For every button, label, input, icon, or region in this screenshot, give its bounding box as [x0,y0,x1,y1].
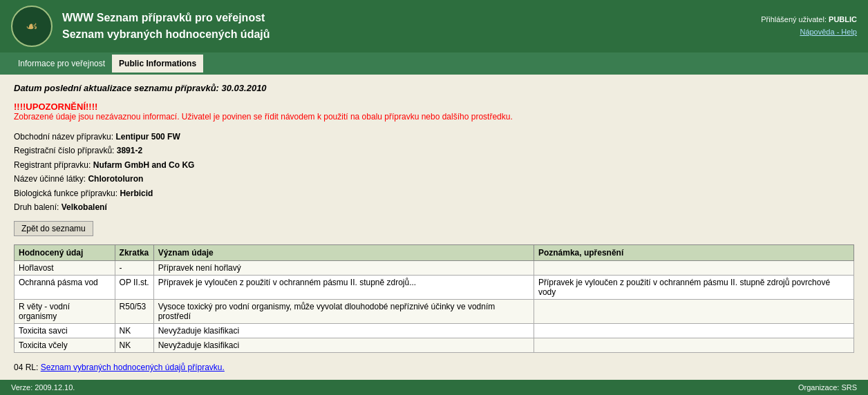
table-row: Toxicita včelyNKNevyžaduje klasifikaci [15,338,854,353]
product-substance-value: Chlorotoluron [88,174,143,184]
title-line2: Seznam vybraných hodnocených údajů [62,26,761,43]
version-label: Verze: 2009.12.10. [11,383,75,389]
table-row: R věty - vodní organismyR50/53Vysoce tox… [15,300,854,324]
product-bio-label: Biologická funkce přípravku: [14,189,117,198]
warning-block: !!!!UPOZORNĚNÍ!!!! Zobrazené údaje jsou … [14,102,854,122]
table-cell-3: Nevyžaduje klasifikaci [153,324,534,338]
table-cell-1: Ochranná pásma vod [15,276,115,300]
col-header-1: Hodnocený údaj [15,245,115,261]
product-registrant-label: Registrant přípravku: [14,160,91,170]
nav-item-public[interactable]: Public Informations [112,55,203,73]
update-date: Datum poslední aktualizace seznamu přípr… [14,83,854,93]
header-title: WWW Seznam přípravků pro veřejnost Sezna… [62,10,761,43]
help-link[interactable]: Nápověda - Help [761,26,857,39]
product-name-value: Lentipur 500 FW [115,132,180,142]
col-header-3: Význam údaje [153,245,534,261]
product-registrant-row: Registrant přípravku: Nufarm GmbH and Co… [14,158,854,172]
warning-text: Zobrazené údaje jsou nezávaznou informac… [14,112,854,122]
product-registrant-value: Nufarm GmbH and Co KG [93,160,195,170]
warning-title: !!!!UPOZORNĚNÍ!!!! [14,102,854,112]
table-cell-4 [534,324,853,338]
user-label: Přihlášený uživatel: PUBLIC [761,14,857,26]
table-cell-4 [534,338,853,353]
header: ☙ WWW Seznam přípravků pro veřejnost Sez… [0,0,868,52]
table-cell-3: Nevyžaduje klasifikaci [153,338,534,353]
table-cell-1: Hořlavost [15,261,115,276]
bottom-bar: Verze: 2009.12.10. Organizace: SRS [0,380,868,389]
product-reg-label: Registrační číslo přípravků: [14,146,114,155]
product-reg-value: 3891-2 [117,146,142,155]
col-header-4: Poznámka, upřesnění [534,245,853,261]
table-row: Hořlavost-Přípravek není hořlavý [15,261,854,276]
main-content: Datum poslední aktualizace seznamu přípr… [0,75,868,389]
product-bio-row: Biologická funkce přípravku: Herbicid [14,186,854,200]
table-cell-4: Přípravek je vyloučen z použití v ochran… [534,276,853,300]
product-reg-row: Registrační číslo přípravků: 3891-2 [14,144,854,157]
product-pack-value: Velkobalení [62,202,107,212]
nav-item-informace[interactable]: Informace pro veřejnost [11,55,112,73]
title-line1: WWW Seznam přípravků pro veřejnost [62,10,761,26]
table-cell-4 [534,261,853,276]
product-pack-row: Druh balení: Velkobalení [14,200,854,214]
product-substance-row: Název účinné látky: Chlorotoluron [14,172,854,186]
footer-link[interactable]: Seznam vybraných hodnocených údajů přípr… [41,363,225,372]
product-bio-value: Herbicid [120,189,153,198]
username: PUBLIC [829,15,857,23]
product-substance-label: Název účinné látky: [14,174,86,184]
table-cell-4 [534,300,853,324]
table-cell-2: NK [115,324,153,338]
navbar: Informace pro veřejnost Public Informati… [0,52,868,75]
table-row: Toxicita savciNKNevyžaduje klasifikaci [15,324,854,338]
footer-rl: 04 RL: Seznam vybraných hodnocených údaj… [14,363,854,372]
table-cell-2: R50/53 [115,300,153,324]
table-cell-3: Vysoce toxický pro vodní organismy, může… [153,300,534,324]
product-pack-label: Druh balení: [14,202,59,212]
logo-icon: ☙ [11,6,53,47]
header-user-info: Přihlášený uživatel: PUBLIC Nápověda - H… [761,14,857,38]
table-cell-1: R věty - vodní organismy [15,300,115,324]
table-cell-1: Toxicita včely [15,338,115,353]
product-name-label: Obchodní název přípravku: [14,132,113,142]
data-table: Hodnocený údaj Zkratka Význam údaje Pozn… [14,244,854,353]
table-cell-2: - [115,261,153,276]
table-cell-3: Přípravek není hořlavý [153,261,534,276]
org-label: Organizace: SRS [798,383,857,389]
col-header-2: Zkratka [115,245,153,261]
footer-text: 04 RL: [14,363,41,372]
table-cell-1: Toxicita savci [15,324,115,338]
table-cell-2: OP II.st. [115,276,153,300]
back-button[interactable]: Zpět do seznamu [14,221,93,236]
table-row: Ochranná pásma vodOP II.st.Přípravek je … [15,276,854,300]
table-cell-2: NK [115,338,153,353]
table-cell-3: Přípravek je vyloučen z použití v ochran… [153,276,534,300]
product-info: Obchodní název přípravku: Lentipur 500 F… [14,130,854,214]
product-name-row: Obchodní název přípravku: Lentipur 500 F… [14,130,854,144]
